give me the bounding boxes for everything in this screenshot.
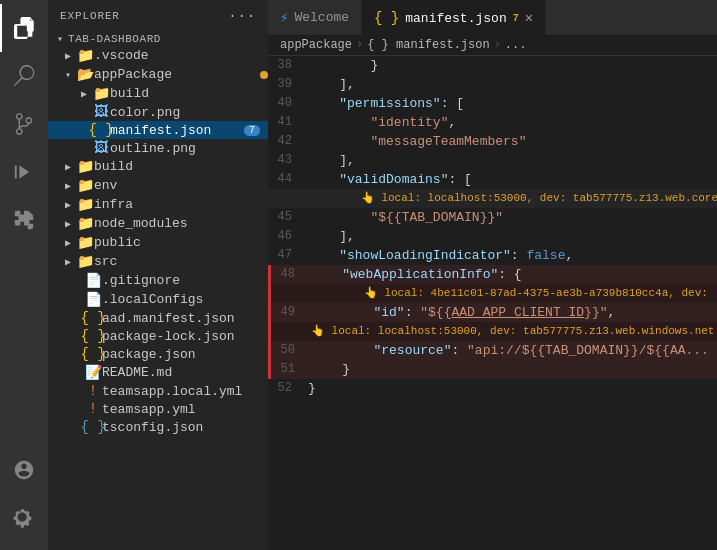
settings-icon[interactable]: [0, 494, 48, 542]
file-icon: 📄: [84, 291, 102, 308]
folder-arrow: ▶: [60, 199, 76, 211]
json-icon: { }: [84, 328, 102, 344]
breadcrumb-sep2: ›: [494, 38, 501, 52]
folder-arrow: ▶: [60, 256, 76, 268]
file-label: outline.png: [110, 141, 268, 156]
sidebar-item-build[interactable]: ▶ 📁 build: [48, 157, 268, 176]
sidebar-item-packagejson[interactable]: { } package.json: [48, 345, 268, 363]
run-icon[interactable]: [0, 148, 48, 196]
breadcrumb-apppackage[interactable]: appPackage: [280, 38, 352, 52]
image-icon: 🖼: [92, 104, 110, 120]
code-line-43: 43 ],: [268, 151, 717, 170]
folder-label: node_modules: [94, 216, 268, 231]
sidebar-item-build-inner[interactable]: ▶ 📁 build: [48, 84, 268, 103]
search-icon[interactable]: [0, 52, 48, 100]
sidebar-item-gitignore[interactable]: 📄 .gitignore: [48, 271, 268, 290]
code-line-49-tooltip: 👆 local: 4be11c01-87ad-4375-ae3b-a739b81…: [268, 284, 717, 303]
extensions-icon[interactable]: [0, 196, 48, 244]
sidebar-item-aadmanifest[interactable]: { } aad.manifest.json: [48, 309, 268, 327]
tab-welcome-label: Welcome: [294, 10, 349, 25]
file-label: package.json: [102, 347, 268, 362]
breadcrumb-ellipsis[interactable]: ...: [505, 38, 527, 52]
tab-welcome[interactable]: ⚡ Welcome: [268, 0, 362, 35]
sidebar-item-tsconfig[interactable]: { } tsconfig.json: [48, 418, 268, 436]
sidebar-item-teamsapp[interactable]: ! teamsapp.yml: [48, 400, 268, 418]
json-icon: { }: [84, 419, 102, 435]
sidebar-menu-icon[interactable]: ···: [228, 8, 256, 24]
sidebar-item-public[interactable]: ▶ 📁 public: [48, 233, 268, 252]
sidebar-item-readme[interactable]: 📝 README.md: [48, 363, 268, 382]
code-editor[interactable]: 38 } 39 ], 40 "permissions": [ 41 "ident…: [268, 56, 717, 550]
folder-label: .vscode: [94, 48, 268, 63]
file-label: teamsapp.local.yml: [102, 384, 268, 399]
code-line-41: 41 "identity",: [268, 113, 717, 132]
folder-label: infra: [94, 197, 268, 212]
folder-label: appPackage: [94, 67, 256, 82]
sidebar-item-manifestjson[interactable]: { } manifest.json 7: [48, 121, 268, 139]
code-line-38: 38 }: [268, 56, 717, 75]
folder-icon: 📁: [92, 85, 110, 102]
code-line-45: 45 "${{TAB_DOMAIN}}": [268, 208, 717, 227]
sidebar-item-src[interactable]: ▶ 📁 src: [48, 252, 268, 271]
code-line-42: 42 "messageTeamMembers": [268, 132, 717, 151]
tab-bar: ⚡ Welcome { } manifest.json 7 ✕: [268, 0, 717, 35]
folder-arrow: ▶: [60, 180, 76, 192]
sidebar-item-colorpng[interactable]: 🖼 color.png: [48, 103, 268, 121]
file-label: aad.manifest.json: [102, 311, 268, 326]
folder-arrow: ▶: [60, 50, 76, 62]
folder-icon: 📁: [76, 234, 94, 251]
sidebar: EXPLORER ··· ▾ TAB-DASHBOARD ▶ 📁 .vscode…: [48, 0, 268, 550]
file-label: .localConfigs: [102, 292, 268, 307]
code-line-39: 39 ],: [268, 75, 717, 94]
sidebar-item-node-modules[interactable]: ▶ 📁 node_modules: [48, 214, 268, 233]
folder-icon: 📁: [76, 177, 94, 194]
sidebar-header: EXPLORER ···: [48, 0, 268, 32]
file-icon: 📄: [84, 272, 102, 289]
folder-arrow: ▾: [60, 69, 76, 81]
file-label: .gitignore: [102, 273, 268, 288]
tab-close-button[interactable]: ✕: [525, 11, 533, 25]
code-line-40: 40 "permissions": [: [268, 94, 717, 113]
breadcrumb: appPackage › { } manifest.json › ...: [268, 35, 717, 56]
sidebar-item-localconfigs[interactable]: 📄 .localConfigs: [48, 290, 268, 309]
breadcrumb-sep1: ›: [356, 38, 363, 52]
root-label: TAB-DASHBOARD: [68, 33, 268, 45]
folder-label: build: [110, 86, 268, 101]
folder-arrow: ▶: [60, 161, 76, 173]
folder-arrow: ▶: [76, 88, 92, 100]
json-icon: { }: [92, 122, 110, 138]
breadcrumb-manifest[interactable]: { } manifest.json: [367, 38, 489, 52]
folder-icon: 📁: [76, 47, 94, 64]
folder-icon: 📁: [76, 158, 94, 175]
folder-icon: 📁: [76, 215, 94, 232]
welcome-icon: ⚡: [280, 9, 288, 26]
sidebar-item-teamsapplocal[interactable]: ! teamsapp.local.yml: [48, 382, 268, 400]
sidebar-item-packagelock[interactable]: { } package-lock.json: [48, 327, 268, 345]
file-label: tsconfig.json: [102, 420, 268, 435]
json-tab-icon: { }: [374, 10, 399, 26]
folder-label: env: [94, 178, 268, 193]
tab-manifestjson[interactable]: { } manifest.json 7 ✕: [362, 0, 546, 35]
folder-arrow: ▶: [60, 237, 76, 249]
sidebar-item-root[interactable]: ▾ TAB-DASHBOARD: [48, 32, 268, 46]
file-label: README.md: [102, 365, 268, 380]
code-line-50: 50 "resource": "api://${{TAB_DOMAIN}}/${…: [268, 341, 717, 360]
sidebar-item-apppackage[interactable]: ▾ 📂 appPackage: [48, 65, 268, 84]
source-control-icon[interactable]: [0, 100, 48, 148]
yml-icon: !: [84, 401, 102, 417]
account-icon[interactable]: [0, 446, 48, 494]
sidebar-item-env[interactable]: ▶ 📁 env: [48, 176, 268, 195]
folder-label: public: [94, 235, 268, 250]
folder-icon: 📁: [76, 253, 94, 270]
sidebar-item-vscode[interactable]: ▶ 📁 .vscode: [48, 46, 268, 65]
activity-bar-bottom: [0, 446, 48, 550]
editor-area: ⚡ Welcome { } manifest.json 7 ✕ appPacka…: [268, 0, 717, 550]
activity-bar: [0, 0, 48, 550]
files-icon[interactable]: [0, 4, 48, 52]
file-label: color.png: [110, 105, 268, 120]
folder-label: src: [94, 254, 268, 269]
sidebar-item-outlinepng[interactable]: 🖼 outline.png: [48, 139, 268, 157]
code-line-44: 44 "validDomains": [: [268, 170, 717, 189]
sidebar-item-infra[interactable]: ▶ 📁 infra: [48, 195, 268, 214]
badge-7: 7: [244, 125, 260, 136]
